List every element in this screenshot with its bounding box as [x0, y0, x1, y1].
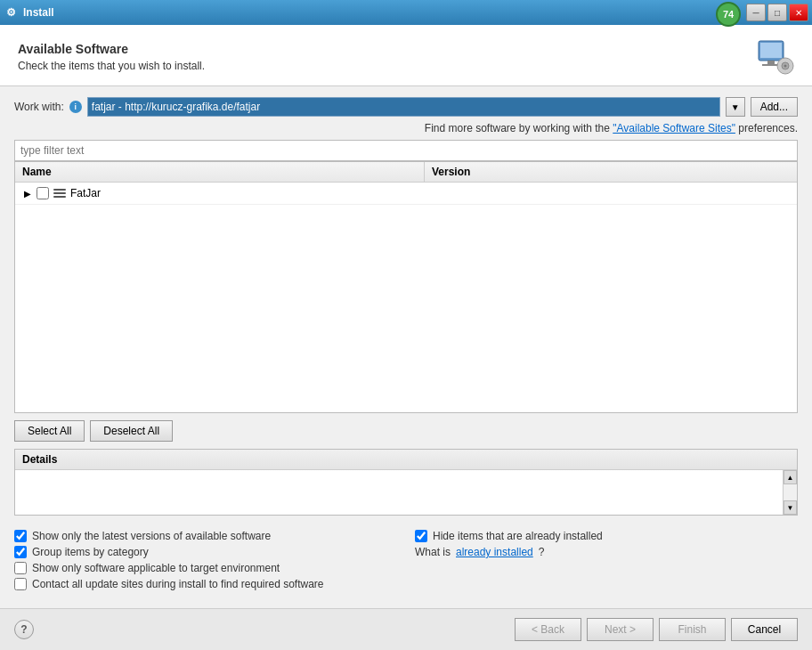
- column-version: Version: [425, 162, 797, 182]
- dialog-body: Work with: i ▼ Add... Find more software…: [0, 86, 812, 608]
- work-with-row: Work with: i ▼ Add...: [14, 97, 798, 117]
- select-all-button[interactable]: Select All: [14, 420, 85, 442]
- option-hide-installed: Hide items that are already installed: [415, 530, 798, 542]
- label-hide-installed: Hide items that are already installed: [433, 530, 603, 542]
- label-group-category: Group items by category: [32, 546, 149, 558]
- option-group-category: Group items by category: [14, 546, 397, 558]
- question-mark: ?: [539, 546, 545, 558]
- details-text-area: [15, 470, 783, 515]
- option-what-is-installed: What is already installed ?: [415, 546, 798, 558]
- what-is-text: What is: [415, 546, 451, 558]
- details-section: Details ▲ ▼: [14, 449, 798, 516]
- checkbox-contact-update-sites[interactable]: [14, 578, 27, 590]
- close-button[interactable]: ✕: [789, 4, 808, 21]
- scroll-down[interactable]: ▼: [784, 500, 797, 515]
- work-with-label: Work with:: [14, 101, 64, 113]
- title-bar: ⚙ Install 74 ─ □ ✕: [0, 0, 812, 25]
- column-name: Name: [15, 162, 425, 182]
- svg-point-6: [784, 65, 787, 68]
- options-section: Show only the latest versions of availab…: [14, 523, 798, 597]
- minimize-button[interactable]: ─: [746, 4, 766, 21]
- checkbox-hide-installed[interactable]: [415, 530, 427, 542]
- details-content: ▲ ▼: [15, 470, 797, 515]
- back-button[interactable]: < Back: [515, 618, 581, 641]
- footer-buttons: < Back Next > Finish Cancel: [515, 618, 798, 641]
- expand-arrow[interactable]: ▶: [22, 188, 33, 199]
- help-button[interactable]: ?: [14, 620, 34, 639]
- available-software-sites-link[interactable]: "Available Software Sites": [613, 122, 735, 134]
- dialog-header-text: Available Software Check the items that …: [18, 42, 205, 72]
- info-icon[interactable]: i: [69, 101, 82, 113]
- work-with-dropdown[interactable]: ▼: [726, 97, 745, 117]
- label-contact-update-sites: Contact all update sites during install …: [32, 578, 324, 590]
- add-button[interactable]: Add...: [751, 97, 798, 117]
- checkbox-show-latest[interactable]: [14, 530, 27, 542]
- find-more-suffix: preferences.: [738, 122, 798, 134]
- title-bar-controls: ─ □ ✕: [746, 4, 808, 21]
- footer-left: ?: [14, 620, 34, 639]
- dialog-subtitle: Check the items that you wish to install…: [18, 60, 205, 72]
- header-computer-icon: [751, 39, 794, 75]
- row-name-fatjar: FatJar: [70, 187, 101, 199]
- option-show-latest: Show only the latest versions of availab…: [14, 530, 397, 542]
- details-header: Details: [15, 450, 797, 470]
- already-installed-link[interactable]: already installed: [456, 546, 533, 558]
- find-more-text: Find more software by working with the "…: [14, 122, 798, 134]
- svg-rect-1: [760, 43, 782, 58]
- dialog-title: Available Software: [18, 42, 205, 56]
- checkbox-target-environment[interactable]: [14, 562, 27, 574]
- filter-input[interactable]: [14, 140, 798, 161]
- cancel-button[interactable]: Cancel: [731, 618, 798, 641]
- table-row[interactable]: ▶ FatJar: [15, 183, 797, 205]
- checkbox-group-category[interactable]: [14, 546, 27, 558]
- dialog-footer: ? < Back Next > Finish Cancel: [0, 608, 812, 650]
- maximize-button[interactable]: □: [767, 4, 787, 21]
- title-bar-title: Install: [23, 6, 746, 19]
- next-button[interactable]: Next >: [587, 618, 654, 641]
- label-target-environment: Show only software applicable to target …: [32, 562, 280, 574]
- title-bar-icon: ⚙: [4, 5, 18, 20]
- select-buttons: Select All Deselect All: [14, 420, 798, 442]
- lines-icon: [53, 189, 66, 198]
- label-show-latest: Show only the latest versions of availab…: [32, 530, 271, 542]
- dialog-header: Available Software Check the items that …: [0, 25, 812, 86]
- svg-rect-2: [767, 61, 775, 64]
- details-scrollbar: ▲ ▼: [783, 470, 797, 515]
- progress-circle: 74: [716, 2, 741, 27]
- option-contact-update-sites: Contact all update sites during install …: [14, 578, 397, 590]
- find-more-prefix: Find more software by working with the: [425, 122, 613, 134]
- table-header: Name Version: [15, 162, 797, 183]
- work-with-input[interactable]: [87, 97, 720, 117]
- software-table: Name Version ▶ FatJar: [14, 161, 798, 413]
- deselect-all-button[interactable]: Deselect All: [90, 420, 173, 442]
- option-target-environment: Show only software applicable to target …: [14, 562, 397, 574]
- row-checkbox-fatjar[interactable]: [37, 187, 49, 199]
- scroll-up[interactable]: ▲: [784, 470, 797, 484]
- dialog: Available Software Check the items that …: [0, 25, 812, 650]
- package-icon: [53, 186, 67, 200]
- finish-button[interactable]: Finish: [659, 618, 726, 641]
